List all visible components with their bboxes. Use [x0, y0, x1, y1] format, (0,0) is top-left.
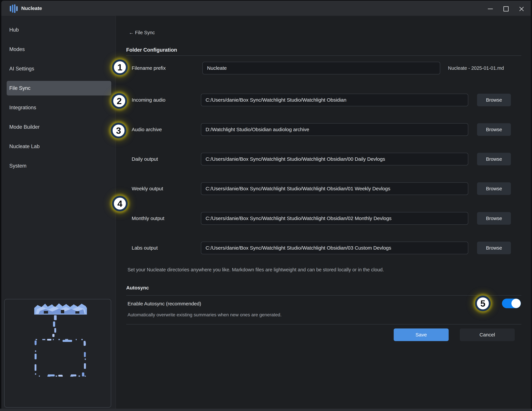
sidebar-item-hub[interactable]: Hub — [7, 23, 111, 37]
divider — [126, 56, 521, 56]
close-icon — [519, 6, 524, 12]
sync-illustration — [4, 299, 111, 408]
field-label-daily-output: Daily output — [132, 153, 158, 165]
back-link[interactable]: ← File Sync — [129, 29, 155, 36]
cancel-button[interactable]: Cancel — [460, 328, 515, 341]
incoming-audio-input[interactable]: C:/Users/danie/Box Sync/Watchlight Studi… — [201, 94, 468, 106]
field-label-audio-archive: Audio archive — [132, 123, 162, 136]
annotation-badge-4: 4 — [112, 196, 128, 211]
directories-helper-text: Set your Nucleate directories anywhere y… — [128, 267, 384, 273]
enable-autosync-label: Enable Autosync (recommended) — [128, 297, 201, 310]
maximize-button[interactable] — [498, 1, 514, 16]
minimize-button[interactable] — [483, 1, 498, 16]
field-label-monthly-output: Monthly output — [132, 212, 164, 225]
browse-button-monthly-output[interactable]: Browse — [477, 212, 511, 225]
divider — [126, 324, 521, 325]
filename-prefix-value: Nucleate — [207, 65, 227, 71]
browse-button-labs-output[interactable]: Browse — [477, 242, 511, 254]
toggle-knob — [511, 299, 521, 308]
annotation-badge-3: 3 — [111, 123, 126, 138]
sidebar-item-integrations[interactable]: Integrations — [7, 100, 111, 115]
desktop-edge-right — [531, 0, 532, 411]
browse-button-audio-archive[interactable]: Browse — [477, 123, 511, 136]
browse-button-weekly-output[interactable]: Browse — [477, 182, 511, 195]
titlebar: Nucleate — [1, 1, 531, 16]
sidebar-item-system[interactable]: System — [7, 159, 111, 173]
minimize-icon — [488, 9, 493, 9]
sidebar-item-file-sync[interactable]: File Sync — [7, 81, 111, 96]
save-button[interactable]: Save — [394, 328, 449, 341]
section-title-autosync: Autosync — [126, 283, 149, 292]
field-label-weekly-output: Weekly output — [132, 182, 163, 195]
maximize-icon — [504, 6, 509, 11]
close-button[interactable] — [514, 1, 529, 16]
sidebar: Hub Modes AI Settings File Sync Integrat… — [1, 16, 116, 409]
divider — [126, 295, 521, 296]
labs-output-input[interactable]: C:/Users/danie/Box Sync/Watchlight Studi… — [201, 242, 468, 254]
labs-output-value: C:/Users/danie/Box Sync/Watchlight Studi… — [206, 245, 391, 251]
annotation-badge-1: 1 — [112, 59, 128, 75]
sidebar-item-nucleate-lab[interactable]: Nucleate Lab — [7, 139, 111, 154]
filename-preview-hint: Nucleate - 2025-01-01.md — [448, 62, 504, 74]
window-title: Nucleate — [21, 1, 42, 16]
audio-archive-input[interactable]: D:/Watchlight Studio/Obsidian audiolog a… — [201, 123, 468, 136]
annotation-badge-5: 5 — [475, 296, 491, 311]
daily-output-input[interactable]: C:/Users/danie/Box Sync/Watchlight Studi… — [201, 153, 468, 165]
annotation-badge-2: 2 — [111, 93, 127, 109]
sidebar-item-modes[interactable]: Modes — [7, 42, 111, 57]
autosync-toggle[interactable] — [502, 299, 521, 308]
monthly-output-value: C:/Users/danie/Box Sync/Watchlight Studi… — [206, 216, 391, 221]
field-label-filename-prefix: Filename prefix — [132, 62, 166, 74]
daily-output-value: C:/Users/danie/Box Sync/Watchlight Studi… — [206, 156, 385, 162]
autosync-description: Automatically overwrite existing summari… — [128, 312, 282, 318]
field-label-incoming-audio: Incoming audio — [132, 94, 165, 106]
browse-button-incoming-audio[interactable]: Browse — [477, 94, 511, 106]
app-logo-icon — [9, 4, 18, 13]
window-bottom-edge — [0, 409, 532, 411]
window-controls — [483, 1, 529, 16]
incoming-audio-value: C:/Users/danie/Box Sync/Watchlight Studi… — [206, 97, 346, 103]
sidebar-item-ai-settings[interactable]: AI Settings — [7, 61, 111, 76]
monthly-output-input[interactable]: C:/Users/danie/Box Sync/Watchlight Studi… — [201, 212, 468, 225]
section-title-folder-configuration: Folder Configuration — [126, 46, 177, 54]
field-label-labs-output: Labs output — [132, 242, 158, 254]
audio-archive-value: D:/Watchlight Studio/Obsidian audiolog a… — [206, 127, 309, 132]
weekly-output-input[interactable]: C:/Users/danie/Box Sync/Watchlight Studi… — [201, 182, 468, 195]
browse-button-daily-output[interactable]: Browse — [477, 153, 511, 165]
sidebar-item-mode-builder[interactable]: Mode Builder — [7, 120, 111, 134]
filename-prefix-input[interactable]: Nucleate — [202, 62, 440, 74]
weekly-output-value: C:/Users/danie/Box Sync/Watchlight Studi… — [206, 186, 390, 191]
